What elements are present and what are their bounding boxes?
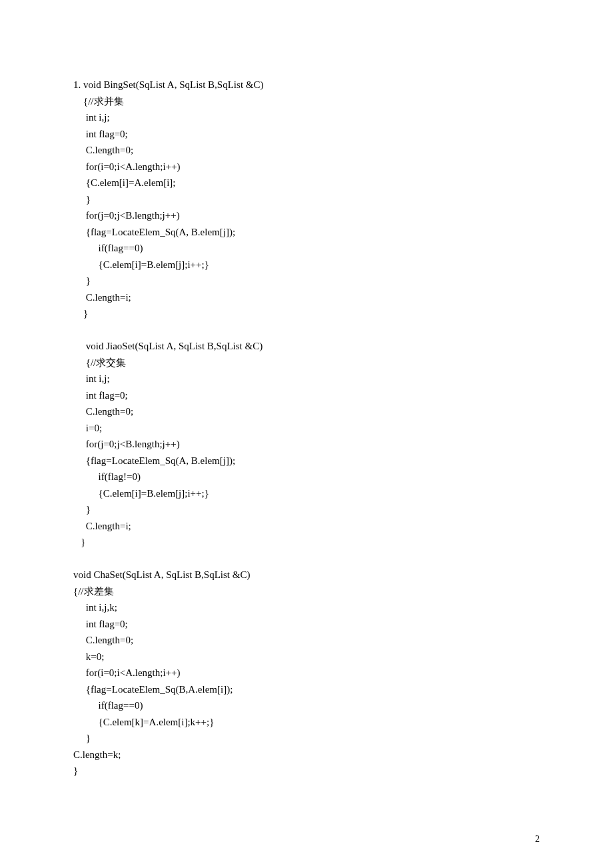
code-line: {flag=LocateElem_Sq(B,A.elem[i]); (73, 681, 540, 698)
code-line: int i,j,k; (73, 599, 540, 616)
code-listing: 1. void BingSet(SqList A, SqList B,SqLis… (73, 77, 540, 779)
code-line: } (73, 305, 540, 322)
code-line: } (73, 763, 540, 779)
code-line: for(i=0;i<A.length;i++) (73, 665, 540, 681)
code-line: {C.elem[i]=A.elem[i]; (73, 175, 540, 191)
code-line (73, 322, 540, 339)
code-line: void JiaoSet(SqList A, SqList B,SqList &… (73, 338, 540, 355)
code-line: } (73, 273, 540, 289)
code-line: C.length=0; (73, 403, 540, 420)
code-line: for(i=0;i<A.length;i++) (73, 159, 540, 175)
code-line: if(flag!=0) (73, 469, 540, 485)
code-line: int flag=0; (73, 126, 540, 143)
code-line: for(j=0;j<B.length;j++) (73, 207, 540, 224)
code-line: } (73, 191, 540, 208)
code-line: } (73, 534, 540, 551)
document-page: 1. void BingSet(SqList A, SqList B,SqLis… (0, 0, 613, 779)
code-line: int flag=0; (73, 616, 540, 633)
code-line: if(flag==0) (73, 697, 540, 714)
code-line: C.length=k; (73, 747, 540, 763)
code-line: {C.elem[i]=B.elem[j];i++;} (73, 257, 540, 273)
code-line: {//求并集 (73, 93, 540, 110)
code-line: void ChaSet(SqList A, SqList B,SqList &C… (73, 567, 540, 583)
page-number: 2 (535, 834, 540, 845)
code-line: {C.elem[i]=B.elem[j];i++;} (73, 485, 540, 502)
code-line: if(flag==0) (73, 240, 540, 257)
code-line: {flag=LocateElem_Sq(A, B.elem[j]); (73, 453, 540, 469)
code-line: } (73, 501, 540, 518)
code-line: } (73, 730, 540, 747)
code-line: i=0; (73, 420, 540, 437)
code-line: {flag=LocateElem_Sq(A, B.elem[j]); (73, 224, 540, 241)
code-line: C.length=0; (73, 632, 540, 649)
code-line: {//求交集 (73, 355, 540, 371)
code-line: 1. void BingSet(SqList A, SqList B,SqLis… (73, 77, 540, 93)
code-line: for(j=0;j<B.length;j++) (73, 436, 540, 453)
code-line: int flag=0; (73, 387, 540, 404)
code-line: int i,j; (73, 109, 540, 126)
code-line: C.length=i; (73, 289, 540, 306)
code-line: C.length=0; (73, 142, 540, 159)
code-line (73, 551, 540, 567)
code-line: {C.elem[k]=A.elem[i];k++;} (73, 714, 540, 731)
code-line: int i,j; (73, 371, 540, 387)
code-line: C.length=i; (73, 518, 540, 535)
code-line: k=0; (73, 649, 540, 665)
code-line: {//求差集 (73, 583, 540, 600)
